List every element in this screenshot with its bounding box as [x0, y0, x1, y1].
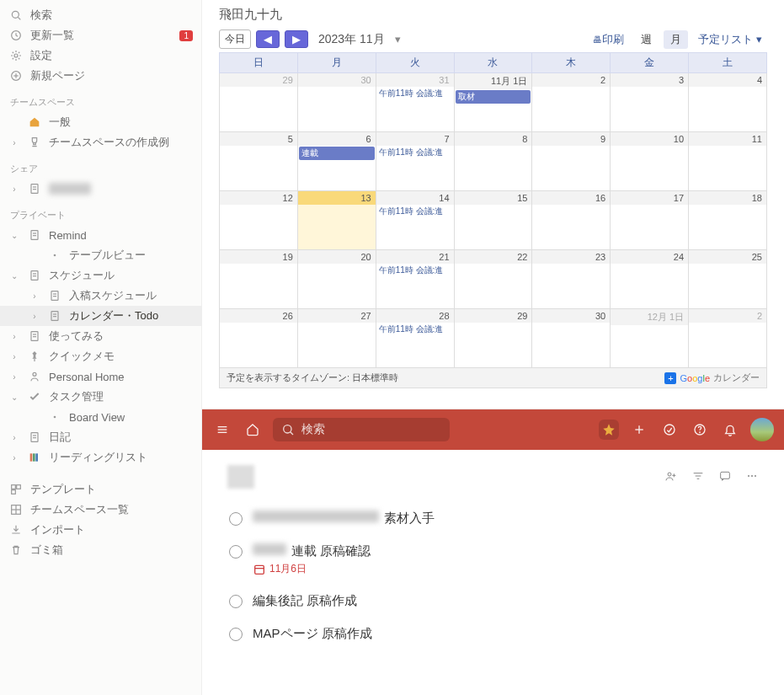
- sidebar-item[interactable]: テーブルビュー: [0, 245, 201, 265]
- calendar-cell[interactable]: 31午前11時 会議:進: [376, 73, 454, 132]
- calendar-cell[interactable]: 22: [454, 250, 532, 309]
- task-row[interactable]: MAPページ 原稿作成: [227, 617, 759, 650]
- sidebar-item[interactable]: 設定: [0, 45, 201, 66]
- calendar-cell[interactable]: 7午前11時 会議:進: [376, 132, 454, 191]
- calendar-event[interactable]: 午前11時 会議:進: [376, 264, 454, 277]
- calendar-event[interactable]: 午前11時 会議:進: [376, 205, 454, 218]
- dropdown-icon[interactable]: ▾: [395, 33, 401, 45]
- month-label[interactable]: 2023年 11月: [313, 32, 390, 47]
- calendar-cell[interactable]: 30: [297, 73, 376, 132]
- calendar-event[interactable]: 連載: [299, 147, 375, 160]
- sidebar-item[interactable]: 検索: [0, 5, 201, 25]
- calendar-cell[interactable]: 30: [532, 309, 611, 368]
- print-button[interactable]: 🖶印刷: [588, 30, 629, 49]
- calendar-cell[interactable]: 11月 1日取材: [454, 73, 532, 132]
- sidebar-item[interactable]: ›入稿スケジュール: [0, 286, 201, 306]
- sidebar-item[interactable]: インポート: [0, 520, 201, 540]
- task-row[interactable]: 編集後記 原稿作成: [227, 585, 759, 617]
- calendar-cell[interactable]: 23: [532, 250, 611, 309]
- sidebar-item[interactable]: 新規ページ: [0, 66, 201, 86]
- star-icon[interactable]: [599, 420, 619, 440]
- task-checkbox[interactable]: [229, 545, 243, 559]
- sidebar-item[interactable]: ›カレンダー・Todo: [0, 306, 201, 326]
- view-week-tab[interactable]: 週: [634, 30, 659, 49]
- chevron-icon[interactable]: ›: [29, 291, 40, 301]
- sidebar-item[interactable]: ›使ってみる: [0, 326, 201, 346]
- bell-icon[interactable]: [720, 420, 740, 440]
- sidebar-item[interactable]: ゴミ箱: [0, 540, 201, 560]
- calendar-cell[interactable]: 5: [220, 132, 298, 191]
- google-calendar-link[interactable]: + Google カレンダー: [664, 372, 760, 384]
- sidebar-item[interactable]: ›日記: [0, 427, 201, 447]
- prev-button[interactable]: ◀: [256, 30, 280, 48]
- calendar-cell[interactable]: 12月 1日: [611, 309, 689, 368]
- sidebar-item[interactable]: ⌄Remind: [0, 225, 201, 245]
- chevron-icon[interactable]: ›: [8, 138, 20, 147]
- calendar-cell[interactable]: 21午前11時 会議:進: [376, 250, 454, 309]
- sidebar-item[interactable]: ›リーディングリスト: [0, 447, 201, 468]
- calendar-cell[interactable]: 13: [297, 191, 376, 250]
- search-input[interactable]: 検索: [273, 418, 450, 441]
- sidebar-item[interactable]: Board View: [0, 407, 201, 427]
- next-button[interactable]: ▶: [285, 30, 308, 48]
- view-month-tab[interactable]: 月: [664, 30, 688, 49]
- calendar-cell[interactable]: 8: [454, 132, 532, 191]
- chevron-icon[interactable]: ⌄: [8, 271, 20, 281]
- calendar-cell[interactable]: 11: [689, 132, 767, 191]
- plus-icon[interactable]: [629, 420, 649, 440]
- today-button[interactable]: 今日: [219, 29, 251, 49]
- help-icon[interactable]: [690, 420, 710, 440]
- calendar-cell[interactable]: 18: [689, 191, 767, 250]
- menu-icon[interactable]: [212, 420, 232, 440]
- task-checkbox[interactable]: [229, 628, 243, 641]
- calendar-event[interactable]: 午前11時 会議:進: [376, 87, 454, 100]
- calendar-cell[interactable]: 15: [454, 191, 532, 250]
- calendar-cell[interactable]: 3: [611, 73, 689, 132]
- calendar-cell[interactable]: 14午前11時 会議:進: [376, 191, 454, 250]
- progress-icon[interactable]: [659, 420, 680, 440]
- calendar-cell[interactable]: 29: [454, 309, 532, 368]
- sidebar-item[interactable]: ⌄タスク管理: [0, 387, 201, 407]
- share-icon[interactable]: [664, 469, 678, 485]
- comment-icon[interactable]: [718, 469, 732, 485]
- calendar-cell[interactable]: 25: [689, 250, 767, 309]
- view-agenda-tab[interactable]: 予定リスト ▾: [693, 30, 767, 49]
- sidebar-item[interactable]: チームスペース一覧: [0, 500, 201, 520]
- calendar-cell[interactable]: 2: [532, 73, 611, 132]
- calendar-cell[interactable]: 24: [611, 250, 689, 309]
- sidebar-item[interactable]: ›クイックメモ: [0, 346, 201, 366]
- chevron-icon[interactable]: ›: [29, 312, 40, 321]
- chevron-icon[interactable]: ›: [8, 184, 20, 194]
- chevron-icon[interactable]: ⌄: [8, 393, 20, 402]
- calendar-cell[interactable]: 4: [689, 73, 767, 132]
- sidebar-item[interactable]: ⌄スケジュール: [0, 265, 201, 286]
- more-icon[interactable]: [745, 469, 759, 485]
- calendar-cell[interactable]: 19: [220, 250, 298, 309]
- calendar-event[interactable]: 午前11時 会議:進: [376, 323, 454, 336]
- task-row[interactable]: 素材入手: [227, 502, 759, 535]
- chevron-icon[interactable]: ›: [8, 433, 20, 442]
- sidebar-item[interactable]: 一般: [0, 112, 201, 132]
- chevron-icon[interactable]: ›: [8, 332, 20, 341]
- calendar-event[interactable]: 取材: [456, 90, 531, 104]
- sidebar-item[interactable]: テンプレート: [0, 479, 201, 500]
- chevron-icon[interactable]: ›: [8, 352, 20, 361]
- calendar-cell[interactable]: 28午前11時 会議:進: [376, 309, 454, 368]
- calendar-cell[interactable]: 26: [220, 309, 298, 368]
- sidebar-item[interactable]: ›Personal Home: [0, 366, 201, 387]
- chevron-icon[interactable]: ›: [8, 372, 20, 382]
- calendar-cell[interactable]: 10: [611, 132, 689, 191]
- sidebar-item[interactable]: ›: [0, 179, 201, 199]
- chevron-icon[interactable]: ›: [8, 453, 20, 462]
- task-row[interactable]: 連載 原稿確認11月6日: [227, 535, 759, 585]
- calendar-cell[interactable]: 20: [297, 250, 376, 309]
- sidebar-item[interactable]: ›チームスペースの作成例: [0, 132, 201, 152]
- task-checkbox[interactable]: [229, 512, 243, 526]
- filter-icon[interactable]: [691, 469, 705, 485]
- calendar-cell[interactable]: 29: [220, 73, 298, 132]
- calendar-cell[interactable]: 12: [220, 191, 298, 250]
- calendar-cell[interactable]: 17: [611, 191, 689, 250]
- calendar-cell[interactable]: 27: [297, 309, 376, 368]
- sidebar-item[interactable]: 更新一覧1: [0, 25, 201, 45]
- chevron-icon[interactable]: ⌄: [8, 231, 20, 240]
